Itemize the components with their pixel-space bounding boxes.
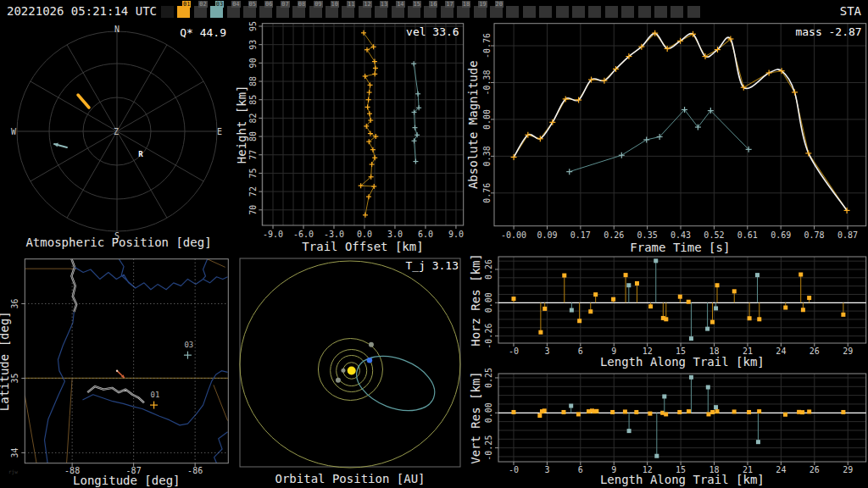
station-box-label: 06: [264, 1, 273, 8]
station-box-19[interactable]: 19: [474, 6, 487, 18]
station-box-14[interactable]: 14: [392, 6, 404, 18]
station-box-label: 04: [231, 1, 240, 8]
station-box-16[interactable]: 16: [424, 6, 437, 18]
svg-text:26: 26: [810, 347, 820, 356]
svg-text:Orbital Position [AU]: Orbital Position [AU]: [275, 472, 425, 485]
orbital-planet-orbits: [240, 261, 460, 468]
plots-canvas: NESWZRAtmospheric Position [deg]Q* 44.9-…: [0, 0, 868, 488]
map-axis-labels: -88-87-86343536Longitude [deg]Latitude […: [0, 298, 203, 487]
svg-text:82: 82: [248, 113, 258, 123]
station-box[interactable]: [588, 6, 601, 18]
station-box-05[interactable]: 05: [243, 6, 256, 18]
orbital-meteor-orbit: [348, 346, 442, 421]
svg-text:Longitude [deg]: Longitude [deg]: [73, 474, 180, 487]
station-box-13[interactable]: 13: [375, 6, 387, 18]
svg-text:6.0: 6.0: [418, 230, 433, 239]
station-box[interactable]: [687, 6, 700, 18]
svg-text:80: 80: [248, 131, 258, 141]
station-box-09[interactable]: 09: [309, 6, 322, 18]
station-box-08[interactable]: 08: [292, 6, 305, 18]
svg-text:-86: -86: [187, 466, 203, 475]
station-box-07[interactable]: 07: [276, 6, 289, 18]
station-box[interactable]: [572, 6, 585, 18]
station-box-15[interactable]: 15: [408, 6, 420, 18]
svg-text:90: 90: [248, 58, 258, 68]
station-box-label: 19: [478, 1, 487, 8]
station-box-label: 15: [413, 1, 421, 8]
panel-horz_res: -0369121518212426290.260.00-0.26Length A…: [469, 253, 866, 369]
station-box-label: 09: [314, 1, 322, 8]
station-box[interactable]: [670, 6, 683, 18]
station-box-10[interactable]: 10: [326, 6, 338, 18]
station-box[interactable]: [621, 6, 634, 18]
station-box-20[interactable]: 20: [490, 6, 503, 18]
station-box-label: 05: [248, 1, 257, 8]
top-bar: 20221026 05:21:14 UTC 010203040506070809…: [0, 0, 868, 20]
svg-text:0.00: 0.00: [482, 109, 492, 130]
svg-text:3: 3: [544, 465, 549, 474]
svg-text:Latitude [deg]: Latitude [deg]: [0, 311, 11, 411]
svg-text:0.38: 0.38: [482, 146, 492, 166]
station-box[interactable]: [654, 6, 667, 18]
station-box-02[interactable]: 02: [194, 6, 207, 18]
svg-text:-0.26: -0.26: [484, 324, 493, 349]
svg-text:29: 29: [843, 465, 853, 474]
station-box-12[interactable]: 12: [359, 6, 371, 18]
panel-vert_res: -0369121518212426290.250.00-0.25Length A…: [469, 368, 866, 486]
station-box-label: 16: [429, 1, 437, 8]
station-box-06[interactable]: 06: [259, 6, 272, 18]
sun-dot: [348, 367, 356, 375]
station-box-04[interactable]: 04: [227, 6, 240, 18]
svg-text:0.25: 0.25: [484, 368, 493, 388]
svg-text:Height [km]: Height [km]: [235, 85, 248, 164]
svg-text:0.00: 0.00: [484, 402, 493, 423]
trail-series: [359, 30, 379, 218]
watermark: rjw: [8, 469, 18, 474]
polar-track: [78, 95, 89, 108]
trail-grid: [262, 24, 463, 225]
timestamp: 20221026 05:21:14 UTC: [7, 4, 157, 18]
svg-text:88: 88: [248, 76, 258, 86]
svg-text:-9.0: -9.0: [263, 230, 283, 239]
svg-text:Q* 44.9: Q* 44.9: [180, 26, 226, 39]
svg-text:N: N: [114, 25, 120, 34]
station-box[interactable]: [556, 6, 569, 18]
svg-text:9.0: 9.0: [448, 230, 464, 239]
station-box[interactable]: [539, 6, 552, 18]
svg-text:0.69: 0.69: [771, 230, 791, 240]
station-box[interactable]: [605, 6, 618, 18]
station-box-03[interactable]: 03: [210, 6, 223, 18]
svg-text:-0.38: -0.38: [482, 69, 492, 95]
station-box[interactable]: [638, 6, 651, 18]
svg-text:36: 36: [10, 298, 19, 308]
station-box[interactable]: [161, 6, 174, 18]
station-box-11[interactable]: 11: [342, 6, 354, 18]
station-box-01[interactable]: 01: [177, 6, 190, 18]
svg-text:-0: -0: [509, 347, 519, 356]
svg-text:0.26: 0.26: [604, 230, 624, 240]
svg-text:-3.0: -3.0: [324, 230, 344, 239]
svg-text:T_j 3.13: T_j 3.13: [405, 259, 459, 272]
svg-text:Atmospheric Position [deg]: Atmospheric Position [deg]: [25, 236, 211, 249]
vert_res-points: [511, 375, 845, 458]
station-box-18[interactable]: 18: [457, 6, 470, 18]
svg-text:29: 29: [843, 347, 853, 356]
trail-border: [262, 24, 463, 225]
magnitude-axis-labels: -0.000.090.170.260.350.430.520.610.690.7…: [466, 33, 858, 254]
vert_res-axis-labels: -0369121518212426290.250.00-0.25Length A…: [469, 368, 853, 486]
station-box-label: 11: [347, 1, 355, 8]
panel-trail: -9.0-6.0-3.00.03.06.09.07072757780828588…: [235, 21, 464, 253]
panel-magnitude: -0.000.090.170.260.350.430.520.610.690.7…: [466, 24, 866, 254]
station-box-label: 08: [298, 1, 306, 8]
station-box[interactable]: [523, 6, 536, 18]
svg-text:24: 24: [776, 347, 786, 356]
svg-text:6: 6: [578, 347, 583, 356]
svg-text:93: 93: [248, 40, 258, 50]
svg-text:0.0: 0.0: [357, 230, 372, 239]
station-box[interactable]: [506, 6, 519, 18]
station-box-17[interactable]: 17: [441, 6, 453, 18]
station-box-label: 02: [198, 1, 207, 8]
svg-text:-6.0: -6.0: [293, 230, 314, 239]
svg-text:0.00: 0.00: [484, 292, 493, 313]
svg-text:Vert Res [km]: Vert Res [km]: [469, 371, 482, 464]
